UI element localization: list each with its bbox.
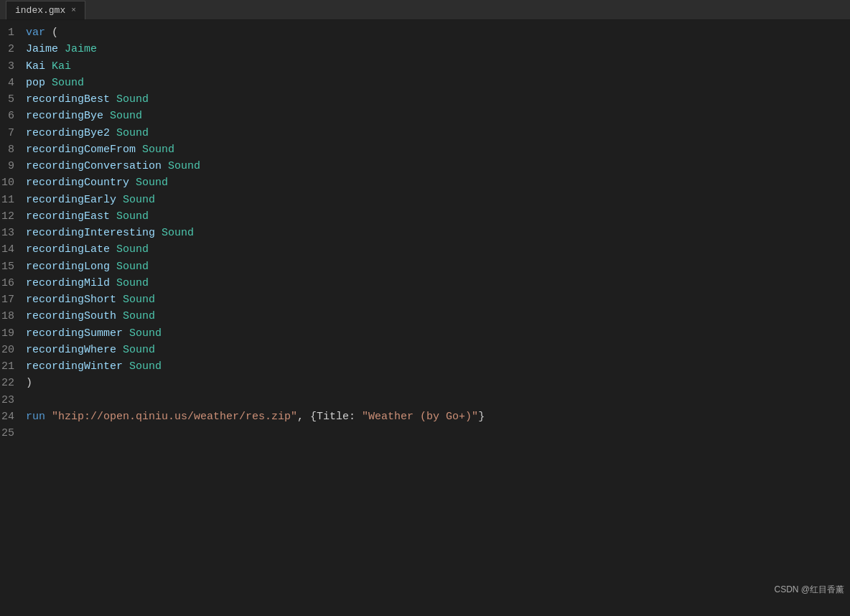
token-var-name: recordingConversation xyxy=(26,160,162,172)
token-type-name: Sound xyxy=(116,344,155,356)
code-container: 1var (2 Jaime Jaime3 Kai Kai4 pop Sound5… xyxy=(0,20,850,616)
line-content: recordingWhere Sound xyxy=(26,342,850,358)
line-content: recordingConversation Sound xyxy=(26,158,850,174)
line-number: 17 xyxy=(0,291,26,308)
code-line-1: 1var ( xyxy=(0,24,850,41)
code-line-10: 10 recordingCountry Sound xyxy=(0,174,850,191)
code-line-25: 25 xyxy=(0,425,850,442)
line-content: recordingShort Sound xyxy=(26,291,850,308)
line-number: 15 xyxy=(0,258,26,275)
token-type-name: Sound xyxy=(129,177,168,189)
code-line-19: 19 recordingSummer Sound xyxy=(0,325,850,342)
line-content: recordingBye2 Sound xyxy=(26,125,850,141)
line-content: recordingEast Sound xyxy=(26,208,850,225)
code-line-6: 6 recordingBye Sound xyxy=(0,108,850,124)
code-line-21: 21 recordingWinter Sound xyxy=(0,358,850,375)
code-line-20: 20 recordingWhere Sound xyxy=(0,342,850,358)
token-type-name: Sound xyxy=(116,194,155,206)
token-var-name: Kai xyxy=(26,60,45,73)
line-content: recordingInteresting Sound xyxy=(26,225,850,241)
token-var-name: recordingBest xyxy=(26,93,110,106)
code-line-18: 18 recordingSouth Sound xyxy=(0,308,850,325)
line-number: 4 xyxy=(0,75,26,91)
line-content: recordingMild Sound xyxy=(26,275,850,291)
code-line-2: 2 Jaime Jaime xyxy=(0,41,850,57)
line-number: 25 xyxy=(0,425,26,442)
code-line-3: 3 Kai Kai xyxy=(0,58,850,75)
line-number: 8 xyxy=(0,141,26,158)
line-number: 5 xyxy=(0,91,26,108)
token-var-name: recordingWinter xyxy=(26,360,123,373)
line-content: recordingComeFrom Sound xyxy=(26,141,850,158)
line-content: Jaime Jaime xyxy=(26,41,850,57)
token-type-name: Sound xyxy=(110,277,149,289)
line-number: 2 xyxy=(0,41,26,57)
title-bar: index.gmx × xyxy=(0,0,850,20)
line-number: 22 xyxy=(0,375,26,391)
token-var-name: recordingSouth xyxy=(26,310,116,322)
code-line-9: 9 recordingConversation Sound xyxy=(0,158,850,174)
line-number: 19 xyxy=(0,325,26,342)
line-number: 12 xyxy=(0,208,26,225)
token-string: "Weather (by Go+)" xyxy=(362,411,478,423)
code-line-13: 13 recordingInteresting Sound xyxy=(0,225,850,241)
line-content: Kai Kai xyxy=(26,58,850,75)
watermark: CSDN @红目香薰 xyxy=(774,584,844,596)
tab[interactable]: index.gmx × xyxy=(6,1,85,19)
token-type-name: Sound xyxy=(116,310,155,322)
token-var-name: recordingSummer xyxy=(26,327,123,340)
line-content: recordingLong Sound xyxy=(26,258,850,275)
token-var-name: recordingShort xyxy=(26,294,116,306)
line-number: 9 xyxy=(0,158,26,174)
token-kw: var xyxy=(26,27,45,39)
token-var-name: Jaime xyxy=(26,43,58,55)
token-type-name: Sound xyxy=(110,210,149,223)
code-line-22: 22) xyxy=(0,375,850,391)
token-type-name: Sound xyxy=(103,110,142,122)
token-type-name: Kai xyxy=(45,60,71,73)
code-line-7: 7 recordingBye2 Sound xyxy=(0,125,850,141)
token-type-name: Sound xyxy=(116,294,155,306)
token-punct: ) xyxy=(26,377,32,389)
code-line-11: 11 recordingEarly Sound xyxy=(0,192,850,208)
token-type-name: Sound xyxy=(110,243,149,256)
line-number: 20 xyxy=(0,342,26,358)
tab-close[interactable]: × xyxy=(71,6,76,14)
token-kw: run xyxy=(26,411,52,423)
code-line-17: 17 recordingShort Sound xyxy=(0,291,850,308)
line-content: recordingBye Sound xyxy=(26,108,850,124)
line-number: 21 xyxy=(0,358,26,375)
line-content: recordingSummer Sound xyxy=(26,325,850,342)
line-number: 24 xyxy=(0,409,26,425)
line-number: 14 xyxy=(0,241,26,258)
token-var-name: recordingLong xyxy=(26,261,110,273)
line-number: 16 xyxy=(0,275,26,291)
tab-filename: index.gmx xyxy=(15,5,65,16)
code-line-4: 4 pop Sound xyxy=(0,75,850,91)
token-type-name: Sound xyxy=(123,360,162,373)
token-var-name: recordingInteresting xyxy=(26,227,155,239)
token-punct: } xyxy=(478,411,485,423)
line-content: recordingBest Sound xyxy=(26,91,850,108)
line-number: 13 xyxy=(0,225,26,241)
line-content: var ( xyxy=(26,24,850,41)
line-content: recordingWinter Sound xyxy=(26,358,850,375)
line-number: 11 xyxy=(0,192,26,208)
line-content: recordingSouth Sound xyxy=(26,308,850,325)
line-number: 23 xyxy=(0,392,26,409)
token-type-name: Sound xyxy=(110,127,149,139)
token-var-name: recordingMild xyxy=(26,277,110,289)
token-var-name: recordingBye xyxy=(26,110,103,122)
token-var-name: recordingCountry xyxy=(26,177,129,189)
code-line-24: 24run "hzip://open.qiniu.us/weather/res.… xyxy=(0,409,850,425)
token-type-name: Jaime xyxy=(58,43,97,55)
editor-area: 1var (2 Jaime Jaime3 Kai Kai4 pop Sound5… xyxy=(0,20,850,616)
token-type-name: Sound xyxy=(45,77,84,89)
code-line-8: 8 recordingComeFrom Sound xyxy=(0,141,850,158)
code-line-12: 12 recordingEast Sound xyxy=(0,208,850,225)
token-type-name: Sound xyxy=(110,261,149,273)
code-line-15: 15 recordingLong Sound xyxy=(0,258,850,275)
token-var-name: recordingLate xyxy=(26,243,110,256)
token-type-name: Sound xyxy=(110,93,149,106)
token-punct: ( xyxy=(45,27,58,39)
